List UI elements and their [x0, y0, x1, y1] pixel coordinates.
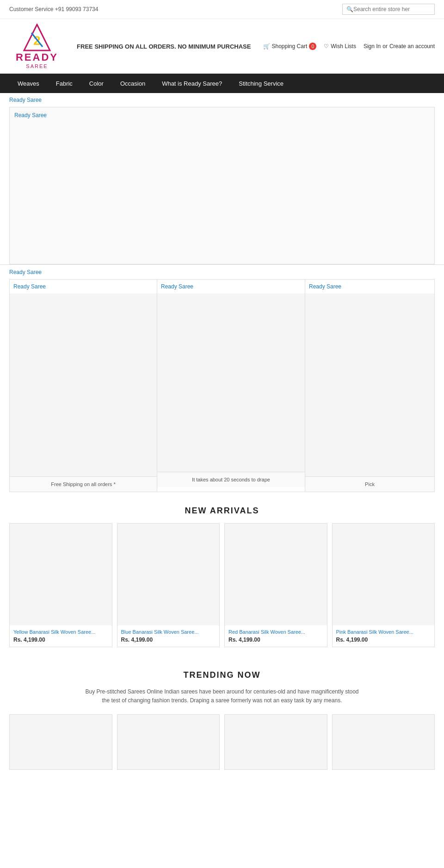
header: 2 READY SAREE FREE SHIPPING ON ALL ORDER… — [0, 19, 444, 74]
card-3-title-link[interactable]: Ready Saree — [309, 283, 341, 290]
hero-link[interactable]: Ready Saree — [14, 112, 47, 119]
card-2-image-2 — [157, 386, 305, 472]
trending-card-1 — [117, 714, 220, 770]
product-card-2: Ready Saree It takes about 20 seconds to… — [157, 279, 305, 492]
arrival-info-0: Yellow Banarasi Silk Woven Saree... Rs. … — [10, 625, 112, 647]
arrival-info-3: Pink Banarasi Silk Woven Saree... Rs. 4,… — [333, 625, 435, 647]
logo-icon: 2 — [23, 24, 51, 51]
card-1-footer: Free Shipping on all orders * — [10, 476, 157, 492]
wishlist-link[interactable]: ♡ Wish Lists — [324, 43, 356, 50]
product-row: Ready Saree Free Shipping on all orders … — [0, 279, 444, 492]
search-bar[interactable]: 🔍 — [342, 4, 435, 15]
signin-link[interactable]: Sign In or Create an account — [364, 43, 435, 50]
product-card-3: Ready Saree Pick — [305, 279, 435, 492]
or-label: or — [382, 43, 388, 50]
new-arrivals-title: NEW ARRIVALS — [0, 492, 444, 523]
nav-item-weaves[interactable]: Weaves — [9, 74, 48, 93]
nav-item-fabric[interactable]: Fabric — [48, 74, 81, 93]
card-1-image-2 — [10, 386, 157, 476]
nav-item-occasion[interactable]: Occasion — [112, 74, 154, 93]
card-3-footer: Pick — [305, 476, 434, 492]
card-2-image — [157, 293, 305, 386]
nav-item-what-is-ready-saree[interactable]: What is Ready Saree? — [154, 74, 230, 93]
arrival-price-2: Rs. 4,199.00 — [228, 637, 323, 643]
logo-text: READY — [16, 51, 58, 63]
card-3-top: Ready Saree — [305, 280, 434, 293]
main-nav: Weaves Fabric Color Occasion What is Rea… — [0, 74, 444, 93]
arrival-card-3: Pink Banarasi Silk Woven Saree... Rs. 4,… — [332, 523, 435, 647]
signin-label: Sign In — [364, 43, 381, 50]
hero-banner: Ready Saree — [9, 107, 435, 264]
card-1-top: Ready Saree — [10, 280, 157, 293]
customer-service-text: Customer Service +91 99093 73734 — [9, 6, 98, 12]
trending-description: Buy Pre-stitched Sarees Online Indian sa… — [83, 687, 361, 705]
breadcrumb-root-link[interactable]: Ready Saree — [9, 97, 42, 103]
product-card-1: Ready Saree Free Shipping on all orders … — [9, 279, 157, 492]
trending-card-3 — [332, 714, 435, 770]
arrival-name-2[interactable]: Red Banarasi Silk Woven Saree... — [228, 629, 323, 635]
cart-label: Shopping Cart — [272, 43, 308, 50]
trending-card-2 — [224, 714, 327, 770]
arrival-name-3[interactable]: Pink Banarasi Silk Woven Saree... — [336, 629, 431, 635]
cart-link[interactable]: 🛒 Shopping Cart 0 — [263, 43, 317, 50]
arrival-card-2: Red Banarasi Silk Woven Saree... Rs. 4,1… — [224, 523, 327, 647]
card-3-image — [305, 293, 434, 476]
trending-card-0 — [9, 714, 112, 770]
card-1-image — [10, 293, 157, 386]
arrival-info-2: Red Banarasi Silk Woven Saree... Rs. 4,1… — [225, 625, 327, 647]
trending-title: TRENDING NOW — [9, 656, 435, 687]
nav-item-color[interactable]: Color — [81, 74, 112, 93]
section-breadcrumb-link[interactable]: Ready Saree — [9, 269, 42, 275]
logo-area[interactable]: 2 READY SAREE — [9, 24, 65, 69]
wishlist-label: Wish Lists — [331, 43, 356, 50]
arrival-name-0[interactable]: Yellow Banarasi Silk Woven Saree... — [13, 629, 108, 635]
card-1-title-link[interactable]: Ready Saree — [13, 283, 46, 290]
arrival-card-1: Blue Banarasi Silk Woven Saree... Rs. 4,… — [117, 523, 220, 647]
arrival-price-0: Rs. 4,199.00 — [13, 637, 108, 643]
search-input[interactable] — [353, 6, 427, 12]
arrival-image-3 — [333, 524, 435, 625]
search-icon: 🔍 — [346, 6, 353, 12]
arrival-image-0 — [10, 524, 112, 625]
logo-subtext: SAREE — [26, 63, 48, 69]
header-right: 🛒 Shopping Cart 0 ♡ Wish Lists Sign In o… — [263, 43, 435, 50]
arrival-name-1[interactable]: Blue Banarasi Silk Woven Saree... — [121, 629, 216, 635]
breadcrumb: Ready Saree — [0, 93, 444, 107]
arrival-image-2 — [225, 524, 327, 625]
arrival-info-1: Blue Banarasi Silk Woven Saree... Rs. 4,… — [117, 625, 220, 647]
new-arrivals-grid: Yellow Banarasi Silk Woven Saree... Rs. … — [0, 523, 444, 647]
arrival-price-3: Rs. 4,199.00 — [336, 637, 431, 643]
card-2-top: Ready Saree — [157, 280, 305, 293]
card-2-title-link[interactable]: Ready Saree — [161, 283, 193, 290]
trending-grid — [9, 714, 435, 770]
arrival-price-1: Rs. 4,199.00 — [121, 637, 216, 643]
free-shipping-banner: FREE SHIPPING ON ALL ORDERS. NO MINIMUM … — [65, 43, 263, 50]
arrival-card-0: Yellow Banarasi Silk Woven Saree... Rs. … — [9, 523, 112, 647]
section-breadcrumb: Ready Saree — [0, 264, 444, 279]
create-account-label: Create an account — [389, 43, 435, 50]
nav-item-stitching-service[interactable]: Stitching Service — [230, 74, 292, 93]
trending-section: TRENDING NOW Buy Pre-stitched Sarees Onl… — [0, 647, 444, 779]
top-bar: Customer Service +91 99093 73734 🔍 — [0, 0, 444, 19]
arrival-image-1 — [117, 524, 220, 625]
card-2-footer: It takes about 20 seconds to drape — [157, 472, 305, 487]
cart-icon: 🛒 — [263, 43, 270, 50]
cart-count-badge: 0 — [309, 43, 316, 50]
heart-icon: ♡ — [324, 43, 329, 50]
